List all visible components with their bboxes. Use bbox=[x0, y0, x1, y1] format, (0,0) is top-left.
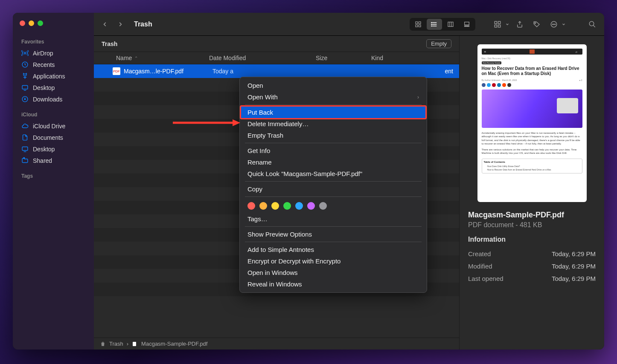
sidebar-item-downloads[interactable]: Downloads bbox=[13, 93, 94, 105]
tags-button[interactable] bbox=[530, 18, 544, 30]
trash-icon bbox=[100, 341, 106, 347]
sidebar: Favorites AirDrop Recents Applications D… bbox=[13, 13, 94, 350]
column-header-date[interactable]: Date Modified bbox=[205, 55, 311, 61]
sidebar-item-airdrop[interactable]: AirDrop bbox=[13, 47, 94, 59]
empty-trash-button[interactable]: Empty bbox=[426, 39, 451, 48]
menu-item-rename[interactable]: Rename bbox=[240, 156, 427, 168]
icon-view-button[interactable] bbox=[410, 19, 426, 30]
info-label: Modified bbox=[468, 263, 492, 270]
menu-item-reveal-in-windows[interactable]: Reveal in Windows bbox=[240, 278, 427, 290]
tag-dot-orange[interactable] bbox=[259, 202, 267, 210]
sidebar-item-desktop[interactable]: Desktop bbox=[13, 82, 94, 93]
menu-item-show-preview-options[interactable]: Show Preview Options bbox=[240, 228, 427, 240]
clock-icon bbox=[21, 61, 29, 68]
path-item[interactable]: Trash bbox=[109, 341, 123, 347]
search-button[interactable] bbox=[585, 18, 599, 30]
sidebar-header: Tags bbox=[13, 171, 94, 182]
maximize-window-button[interactable] bbox=[38, 20, 43, 26]
tag-dot-blue[interactable] bbox=[295, 202, 303, 210]
sidebar-item-desktop-icloud[interactable]: Desktop bbox=[13, 143, 94, 155]
sidebar-item-label: Desktop bbox=[33, 84, 55, 91]
forward-button[interactable] bbox=[114, 18, 126, 30]
sidebar-item-documents[interactable]: Documents bbox=[13, 132, 94, 143]
info-label: Last opened bbox=[468, 275, 503, 282]
svg-rect-2 bbox=[22, 86, 28, 90]
search-icon: ⌕ bbox=[576, 50, 580, 53]
menu-item-empty-trash[interactable]: Empty Trash bbox=[240, 130, 427, 141]
menu-item-add-to-antnotes[interactable]: Add to Simple Antnotes bbox=[240, 244, 427, 255]
document-icon bbox=[21, 134, 29, 141]
info-value: Today, 6:29 PM bbox=[552, 263, 596, 270]
column-header-name[interactable]: Name⌃ bbox=[94, 55, 205, 61]
info-label: Created bbox=[468, 250, 491, 257]
svg-point-32 bbox=[589, 21, 594, 26]
preview-filename: Macgasm-Sample-PDF.pdf bbox=[468, 211, 596, 220]
tag-dot-green[interactable] bbox=[283, 202, 291, 210]
svg-line-33 bbox=[593, 25, 595, 27]
sidebar-item-label: Downloads bbox=[33, 96, 62, 103]
download-icon bbox=[21, 95, 29, 103]
svg-point-30 bbox=[553, 24, 554, 25]
menu-separator bbox=[245, 226, 422, 227]
info-row-last-opened: Last opened Today, 6:29 PM bbox=[468, 272, 596, 285]
menu-item-delete-immediately[interactable]: Delete Immediately… bbox=[240, 118, 427, 130]
back-button[interactable] bbox=[99, 18, 111, 30]
sidebar-item-applications[interactable]: Applications bbox=[13, 70, 94, 82]
group-by-button[interactable] bbox=[491, 18, 509, 30]
list-view-button[interactable] bbox=[427, 19, 442, 30]
toolbar-title: Trash bbox=[134, 20, 152, 28]
tag-dot-purple[interactable] bbox=[307, 202, 315, 210]
menu-item-open-with[interactable]: Open With › bbox=[240, 91, 427, 103]
tag-color-row bbox=[240, 199, 427, 213]
menu-item-open-in-windows[interactable]: Open in Windows bbox=[240, 267, 427, 278]
sidebar-section-icloud: iCloud iCloud Drive Documents Desktop Sh… bbox=[13, 107, 94, 169]
menu-item-tags[interactable]: Tags… bbox=[240, 213, 427, 225]
menu-item-quick-look[interactable]: Quick Look "Macgasm-Sample-PDF.pdf" bbox=[240, 168, 427, 179]
info-value: Today, 6:29 PM bbox=[552, 250, 596, 257]
shared-folder-icon bbox=[21, 157, 29, 164]
menu-item-put-back[interactable]: Put Back bbox=[240, 105, 427, 119]
window-controls bbox=[13, 18, 94, 35]
tag-dot-red[interactable] bbox=[247, 202, 255, 210]
sidebar-item-label: iCloud Drive bbox=[33, 123, 65, 130]
desktop-icon bbox=[21, 145, 29, 153]
info-value: Today, 6:29 PM bbox=[552, 275, 596, 282]
column-view-button[interactable] bbox=[443, 19, 458, 30]
file-row[interactable]: PDF Macgasm…le-PDF.pdf Today a ent bbox=[94, 64, 459, 78]
menu-separator bbox=[245, 181, 422, 182]
tag-dot-yellow[interactable] bbox=[271, 202, 279, 210]
pdf-file-icon bbox=[132, 341, 138, 347]
menu-item-copy[interactable]: Copy bbox=[240, 183, 427, 195]
svg-rect-21 bbox=[466, 26, 468, 26]
menu-item-encrypt[interactable]: Encrypt or Decrypt with Encrypto bbox=[240, 255, 427, 267]
tag-dot-gray[interactable] bbox=[319, 202, 327, 210]
menu-item-get-info[interactable]: Get Info bbox=[240, 145, 427, 156]
svg-point-27 bbox=[535, 22, 536, 23]
cloud-icon bbox=[21, 122, 29, 130]
action-menu-button[interactable] bbox=[547, 18, 566, 30]
gallery-view-button[interactable] bbox=[459, 19, 474, 30]
sidebar-item-recents[interactable]: Recents bbox=[13, 59, 94, 70]
share-button[interactable] bbox=[513, 18, 527, 30]
preview-thumbnail[interactable]: ≡ ⌕ Mac › Disk Recovery (macOS) Data Rec… bbox=[477, 44, 587, 202]
thumb-paragraph: Accidentally erasing important files on … bbox=[482, 131, 582, 146]
sidebar-item-shared[interactable]: Shared bbox=[13, 155, 94, 166]
menu-separator bbox=[245, 143, 422, 143]
svg-rect-22 bbox=[468, 26, 469, 26]
sidebar-header: iCloud bbox=[13, 110, 94, 120]
thumb-article-title: How to Recover Data from an Erased Hard … bbox=[482, 66, 582, 76]
svg-rect-6 bbox=[416, 22, 418, 24]
close-window-button[interactable] bbox=[20, 20, 25, 26]
sidebar-item-icloud-drive[interactable]: iCloud Drive bbox=[13, 120, 94, 132]
path-item[interactable]: Macgasm-Sample-PDF.pdf bbox=[141, 341, 207, 347]
svg-point-15 bbox=[431, 26, 432, 26]
column-header-size[interactable]: Size bbox=[311, 55, 367, 61]
svg-rect-20 bbox=[465, 26, 466, 26]
column-header-kind[interactable]: Kind bbox=[367, 55, 459, 61]
menu-item-open[interactable]: Open bbox=[240, 80, 427, 91]
minimize-window-button[interactable] bbox=[29, 20, 34, 26]
svg-rect-4 bbox=[22, 147, 28, 151]
path-bar: Trash › Macgasm-Sample-PDF.pdf bbox=[94, 338, 459, 350]
file-date: Today a bbox=[212, 68, 319, 75]
file-name: Macgasm…le-PDF.pdf bbox=[124, 68, 212, 75]
